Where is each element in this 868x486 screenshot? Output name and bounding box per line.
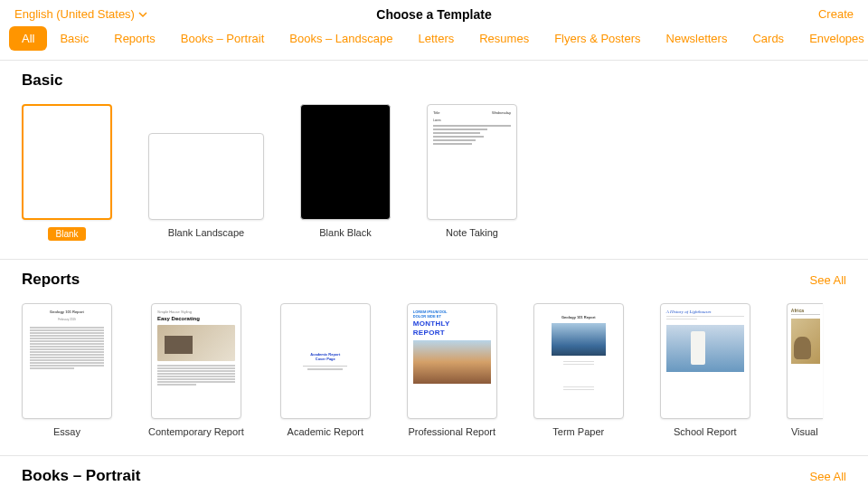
- caption-professional: Professional Report: [408, 426, 495, 437]
- template-note-taking[interactable]: TitleWednesdayLorem Note Taking: [427, 104, 517, 241]
- tab-basic[interactable]: Basic: [47, 26, 101, 51]
- caption-academic: Academic Report: [288, 426, 363, 437]
- tab-resumes[interactable]: Resumes: [467, 26, 542, 51]
- tab-books-portrait[interactable]: Books – Portrait: [168, 26, 278, 51]
- template-school-report[interactable]: A History of Lighthouses School Report: [660, 303, 750, 437]
- thumb-blank-black: [300, 104, 391, 220]
- section-title-basic: Basic: [22, 71, 62, 90]
- tab-books-landscape[interactable]: Books – Landscape: [277, 26, 405, 51]
- tab-flyers[interactable]: Flyers & Posters: [542, 26, 653, 51]
- caption-blank-black: Blank Black: [319, 227, 371, 238]
- page-title: Choose a Template: [376, 7, 491, 22]
- thumb-school-report: A History of Lighthouses: [660, 303, 750, 419]
- template-visual-report[interactable]: Africa Visual: [787, 303, 823, 437]
- thumb-note-taking: TitleWednesdayLorem: [427, 104, 517, 220]
- section-reports: Reports See All Geology 101 ReportFebrua…: [0, 260, 868, 456]
- caption-term-paper: Term Paper: [552, 426, 604, 437]
- thumb-blank-landscape: [148, 133, 264, 220]
- thumb-professional: LOREM IPSUM DOLDOLOR SIDE ETMONTHLYREPOR…: [407, 303, 497, 419]
- thumb-academic: Academic ReportCover Page: [280, 303, 371, 419]
- reports-row: Geology 101 ReportFebruary 2019 Essay Si…: [0, 296, 868, 455]
- template-blank-landscape[interactable]: Blank Landscape: [148, 104, 264, 241]
- tab-letters[interactable]: Letters: [405, 26, 467, 51]
- caption-blank: Blank: [48, 227, 85, 241]
- caption-school-report: School Report: [674, 426, 737, 437]
- basic-row: Blank Blank Landscape Blank Black TitleW…: [0, 97, 868, 259]
- thumb-visual: Africa: [787, 303, 823, 419]
- section-title-reports: Reports: [22, 271, 80, 289]
- thumb-blank: [22, 104, 112, 220]
- tab-newsletters[interactable]: Newsletters: [654, 26, 741, 51]
- template-academic-report[interactable]: Academic ReportCover Page Academic Repor…: [280, 303, 371, 437]
- see-all-reports[interactable]: See All: [810, 273, 846, 287]
- template-essay[interactable]: Geology 101 ReportFebruary 2019 Essay: [22, 303, 112, 437]
- category-tabs: All Basic Reports Books – Portrait Books…: [0, 26, 868, 61]
- caption-essay: Essay: [53, 426, 80, 437]
- template-professional-report[interactable]: LOREM IPSUM DOLDOLOR SIDE ETMONTHLYREPOR…: [407, 303, 497, 437]
- create-button[interactable]: Create: [818, 7, 854, 21]
- template-blank-black[interactable]: Blank Black: [300, 104, 391, 241]
- tab-cards[interactable]: Cards: [740, 26, 797, 51]
- caption-visual: Visual: [791, 426, 818, 437]
- section-title-books-portrait: Books – Portrait: [22, 467, 140, 481]
- tab-all[interactable]: All: [9, 26, 47, 51]
- language-label: English (United States): [14, 7, 135, 21]
- language-selector[interactable]: English (United States): [14, 7, 147, 21]
- see-all-books-portrait[interactable]: See All: [810, 470, 846, 482]
- tab-reports[interactable]: Reports: [101, 26, 168, 51]
- thumb-contemporary: Simple House StylingEasy Decorating: [151, 303, 241, 419]
- template-blank[interactable]: Blank: [22, 104, 112, 241]
- caption-note-taking: Note Taking: [446, 227, 498, 238]
- thumb-essay: Geology 101 ReportFebruary 2019: [22, 303, 112, 419]
- section-basic: Basic Blank Blank Landscape Blank Black …: [0, 61, 868, 260]
- template-term-paper[interactable]: Geology 101 Report Term Paper: [533, 303, 624, 437]
- caption-blank-landscape: Blank Landscape: [168, 227, 244, 238]
- tab-envelopes[interactable]: Envelopes: [797, 26, 868, 51]
- chevron-down-icon: [138, 10, 147, 19]
- caption-contemporary: Contemporary Report: [148, 426, 244, 437]
- template-content: Basic Blank Blank Landscape Blank Black …: [0, 61, 868, 481]
- section-books-portrait: Books – Portrait See All: [0, 456, 868, 481]
- template-contemporary-report[interactable]: Simple House StylingEasy Decorating Cont…: [148, 303, 244, 437]
- thumb-term-paper: Geology 101 Report: [533, 303, 624, 419]
- header: English (United States) Choose a Templat…: [0, 0, 868, 26]
